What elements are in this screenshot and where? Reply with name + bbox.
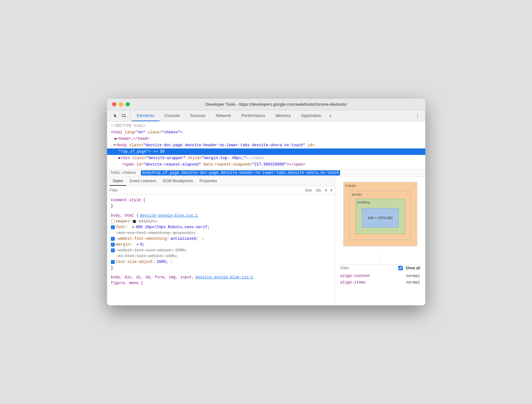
filter-pseudo-buttons: :hov .cls	[303, 188, 322, 193]
styles-tab-event-listeners[interactable]: Event Listeners	[126, 177, 159, 186]
dom-line-html[interactable]: <html lang="en" class="chekov">	[107, 129, 425, 136]
css-prop-ms-tsa: -ms-text-size-adjust: 100%;	[111, 253, 331, 259]
dom-line-div[interactable]: ▶<div class="devsite-wrapper" style="mar…	[107, 155, 425, 161]
comp-val-align-items: normal	[406, 280, 420, 285]
css-rule-selector-figure: figure, menu {	[111, 280, 331, 286]
bm-border-label: border	[352, 193, 362, 196]
css-prop-moz-smoothing: -moz-osx-font-smoothing: grayscale;	[111, 230, 331, 236]
toolbar-icons	[110, 110, 131, 121]
dom-panel: <!DOCTYPE html> <html lang="en" class="c…	[107, 121, 425, 169]
color-swatch	[133, 220, 136, 223]
comp-name-align-items: align-items	[340, 280, 366, 285]
box-model-visualization: margin - border - padding -	[343, 182, 417, 246]
css-prop-margin: ✓ margin: ▶ 0;	[111, 242, 331, 247]
css-checkbox-font[interactable]: ✓	[111, 225, 115, 229]
css-prop-tsa: ✓ text-size-adjust: 100%; ⋮	[111, 259, 331, 265]
css-rule-body-html: body, html { devsite-google-blue.css:1 c…	[111, 213, 331, 271]
maximize-button[interactable]	[126, 102, 130, 106]
css-prop-color: color: #212121;	[111, 219, 331, 224]
css-prop-webkit-tsa: ✓ -webkit-text-size-adjust: 100%;	[111, 247, 331, 253]
bm-border-dash: -	[407, 193, 409, 196]
box-model-panel: margin - border - padding -	[335, 177, 425, 305]
show-all-label: Show all	[405, 266, 420, 270]
add-rule-button[interactable]: +	[324, 187, 327, 193]
lower-panel: Styles Event Listeners DOM Breakpoints P…	[107, 177, 425, 305]
tab-memory[interactable]: Memory	[270, 111, 296, 121]
css-rule-body-div: body, div, dl, dd, form, img, input, dev…	[111, 274, 331, 286]
tab-elements[interactable]: Elements	[132, 111, 159, 121]
css-source-link[interactable]: devsite-google-blue.css:1	[140, 213, 198, 219]
dom-line-head[interactable]: ▶<head>…</head>	[107, 136, 425, 142]
bm-content-box: 400 × 7975.080	[362, 208, 399, 228]
comp-val-align-content: normal	[406, 273, 420, 279]
tab-application[interactable]: Application	[296, 111, 327, 121]
tab-console[interactable]: Console	[159, 111, 185, 121]
close-button[interactable]	[112, 102, 116, 106]
show-all-checkbox[interactable]	[398, 266, 403, 270]
css-checkbox-margin[interactable]: ✓	[111, 243, 115, 247]
styles-panel: Styles Event Listeners DOM Breakpoints P…	[107, 177, 335, 305]
titlebar: Developer Tools - https://developers.goo…	[107, 99, 425, 110]
devtools-body: <!DOCTYPE html> <html lang="en" class="c…	[107, 121, 425, 305]
cursor-indicator: ↖	[202, 236, 204, 242]
breadcrumb-base[interactable]: html.chekov	[111, 171, 136, 175]
devtools-window: Developer Tools - https://developers.goo…	[107, 99, 425, 305]
bm-dash-1: -	[338, 249, 423, 253]
css-prop-webkit-smoothing: ✓ -webkit-font-smoothing: antialiased; ↖	[111, 236, 331, 242]
breadcrumb-selected[interactable]: body#top_of_page.devsite-doc-page.devsit…	[141, 170, 340, 175]
dom-line-body-selected[interactable]: "top_of_page"> == $0	[107, 148, 425, 155]
computed-prop-row: align-content normal	[340, 273, 420, 279]
tab-network[interactable]: Network	[211, 111, 236, 121]
bm-dash-3: -	[338, 260, 423, 264]
computed-props: align-content normal align-items normal	[338, 272, 423, 303]
css-rule-selector-body-div: body, div, dl, dd, form, img, input, dev…	[111, 274, 331, 280]
styles-filter-input[interactable]	[110, 188, 301, 193]
main-tabs: Elements Console Sources Network Perform…	[132, 111, 327, 121]
cls-button[interactable]: .cls	[314, 188, 322, 193]
css-checkbox-tsa[interactable]: ✓	[111, 260, 115, 264]
css-checkbox-webkit-tsa[interactable]: ✓	[111, 248, 115, 252]
svg-rect-1	[124, 116, 126, 117]
css-prop-font: ✓ font: ▶ 400 16px/24px Roboto,sans-seri…	[111, 224, 331, 230]
devtools-menu-button[interactable]: ⋮	[412, 111, 423, 121]
styles-tab-properties[interactable]: Properties	[196, 177, 221, 186]
styles-content: element.style { } body, html { devsite-g…	[107, 195, 335, 305]
tab-sources[interactable]: Sources	[185, 111, 211, 121]
hov-button[interactable]: :hov	[303, 188, 313, 193]
cursor-icon[interactable]	[112, 112, 119, 119]
computed-prop-row-2: align-items normal	[340, 279, 420, 286]
css-rule-body-close: }	[111, 265, 331, 271]
css-rule-element-style: element.style { }	[111, 197, 331, 209]
css-rule-selector-body: body, html { devsite-google-blue.css:1	[111, 213, 331, 219]
css-rule-more-button[interactable]: ⋮	[169, 259, 174, 265]
css-source-link-2[interactable]: devsite-google-blue.css:1	[195, 274, 253, 280]
css-checkbox-color[interactable]	[111, 220, 115, 223]
breadcrumb-bar: html.chekov body#top_of_page.devsite-doc…	[107, 169, 425, 177]
tab-performance[interactable]: Performance	[236, 111, 270, 121]
box-select-icon[interactable]	[121, 112, 128, 119]
bm-content-size: 400 × 7975.080	[368, 216, 392, 220]
comp-name-align-content: align-content	[340, 273, 371, 279]
minimize-button[interactable]	[119, 102, 123, 106]
computed-filter-bar: Show all	[338, 264, 423, 272]
bm-margin-label: margin	[346, 184, 356, 187]
css-rule-close: }	[111, 203, 331, 209]
dom-line-doctype[interactable]: <!DOCTYPE html>	[107, 123, 425, 129]
css-rule-selector: element.style {	[111, 197, 331, 203]
styles-subtabs: Styles Event Listeners DOM Breakpoints P…	[107, 177, 335, 186]
more-tabs-button[interactable]: »	[327, 111, 334, 120]
styles-filter-bar: :hov .cls + ▾	[107, 186, 335, 195]
styles-options-icon[interactable]: ▾	[330, 188, 332, 193]
styles-tab-styles[interactable]: Styles	[110, 177, 127, 186]
bm-padding-label: padding -	[357, 200, 372, 204]
devtools-toolbar: Elements Console Sources Network Perform…	[107, 110, 425, 121]
dom-line-body-open[interactable]: …▼<body class="devsite-doc-page devsite-…	[107, 142, 425, 148]
computed-filter-input[interactable]	[340, 266, 396, 270]
dom-line-span[interactable]: <span id="devsite-request-elapsed" data-…	[107, 161, 425, 168]
bm-margin-dash: -	[414, 184, 415, 187]
window-title: Developer Tools - https://developers.goo…	[132, 102, 420, 107]
styles-tab-dom-breakpoints[interactable]: DOM Breakpoints	[159, 177, 196, 186]
css-checkbox-webkit-smoothing[interactable]: ✓	[111, 237, 115, 241]
bm-dash-2: -	[338, 255, 423, 258]
